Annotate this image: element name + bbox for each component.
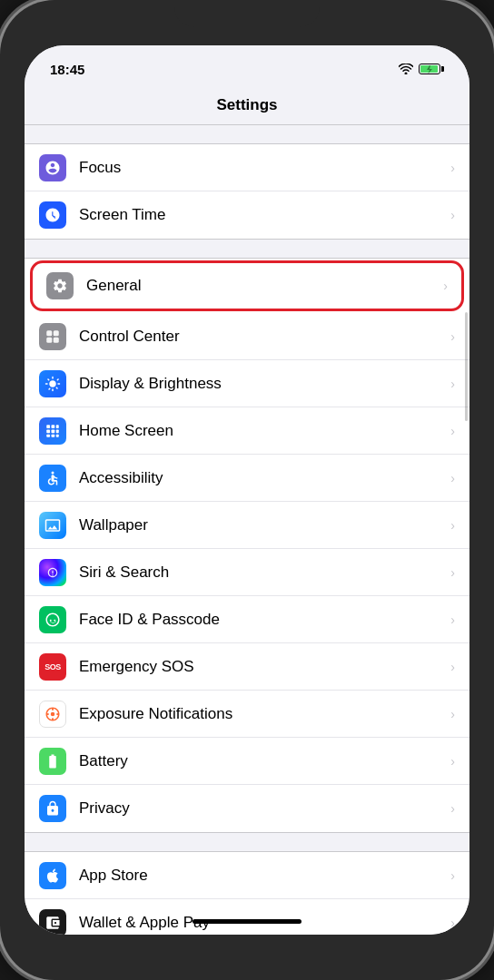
svg-rect-11 (52, 434, 55, 436)
emergency-sos-icon: SOS (39, 653, 66, 681)
svg-rect-1 (54, 330, 59, 336)
control-center-label: Control Center (79, 328, 447, 346)
general-label: General (86, 277, 440, 295)
screen-time-icon (39, 201, 66, 229)
svg-rect-12 (56, 434, 59, 436)
settings-row-siri[interactable]: Siri & Search › (25, 549, 469, 596)
settings-row-app-store[interactable]: App Store › (25, 852, 469, 899)
svg-rect-7 (46, 429, 50, 433)
siri-chevron: › (450, 565, 455, 580)
battery-body (419, 64, 440, 74)
settings-row-privacy[interactable]: Privacy › (25, 785, 469, 832)
section-top-group: Focus › Screen Time › (25, 143, 469, 240)
wifi-icon (399, 64, 413, 74)
settings-row-emergency-sos[interactable]: SOS Emergency SOS › (25, 643, 469, 691)
scroll-indicator (465, 312, 468, 421)
settings-row-display[interactable]: Display & Brightness › (25, 360, 469, 407)
screen: 18:45 (25, 45, 469, 935)
siri-icon (39, 559, 66, 586)
general-icon (46, 272, 74, 299)
display-chevron: › (450, 377, 455, 391)
exposure-icon (39, 701, 66, 728)
settings-row-home-screen[interactable]: Home Screen › (25, 407, 469, 455)
screen-time-chevron: › (450, 208, 455, 222)
settings-row-focus[interactable]: Focus › (25, 144, 469, 191)
svg-rect-3 (54, 337, 59, 342)
home-screen-label: Home Screen (79, 422, 447, 440)
svg-point-15 (52, 708, 54, 710)
settings-row-accessibility[interactable]: Accessibility › (25, 455, 469, 502)
section-middle-group: General › Control Center › (25, 258, 469, 833)
face-id-chevron: › (450, 612, 455, 627)
svg-rect-5 (52, 425, 55, 428)
svg-rect-8 (52, 429, 55, 433)
wallpaper-label: Wallpaper (79, 516, 447, 534)
svg-point-17 (47, 712, 49, 714)
status-time: 18:45 (50, 62, 84, 77)
battery-icon (419, 64, 444, 74)
focus-label: Focus (79, 159, 447, 177)
settings-row-battery[interactable]: Battery › (25, 738, 469, 785)
notch (174, 0, 320, 27)
settings-row-wallet[interactable]: Wallet & Apple Pay › (25, 899, 469, 935)
status-icons (399, 64, 444, 74)
settings-row-face-id[interactable]: Face ID & Passcode › (25, 596, 469, 643)
privacy-chevron: › (450, 801, 455, 816)
svg-rect-6 (56, 425, 59, 428)
settings-scroll[interactable]: Focus › Screen Time › (25, 125, 469, 935)
battery-tip (441, 66, 444, 72)
svg-rect-4 (46, 425, 50, 428)
app-store-icon (39, 862, 66, 889)
emergency-sos-label: Emergency SOS (79, 658, 447, 676)
svg-rect-10 (46, 434, 50, 436)
nav-title: Settings (216, 96, 277, 114)
privacy-icon (39, 795, 66, 822)
control-center-chevron: › (450, 329, 455, 344)
battery-chevron: › (450, 754, 455, 769)
nav-bar: Settings (25, 85, 469, 125)
face-id-label: Face ID & Passcode (79, 611, 447, 629)
battery-row-icon (39, 748, 66, 775)
wallet-chevron: › (450, 916, 455, 930)
control-center-icon (39, 323, 66, 350)
settings-row-control-center[interactable]: Control Center › (25, 313, 469, 360)
display-icon (39, 370, 66, 397)
screen-time-label: Screen Time (79, 206, 447, 224)
svg-rect-0 (46, 330, 52, 336)
wallpaper-chevron: › (450, 518, 455, 533)
wallpaper-icon (39, 512, 66, 539)
privacy-label: Privacy (79, 799, 447, 818)
battery-fill (420, 65, 438, 73)
home-screen-chevron: › (450, 424, 455, 438)
svg-point-13 (52, 471, 54, 474)
settings-row-exposure[interactable]: Exposure Notifications › (25, 691, 469, 738)
accessibility-icon (39, 465, 66, 492)
emergency-sos-chevron: › (450, 660, 455, 674)
app-store-label: App Store (79, 867, 447, 885)
settings-row-wallpaper[interactable]: Wallpaper › (25, 502, 469, 549)
home-screen-icon (39, 417, 66, 445)
general-chevron: › (443, 279, 448, 293)
focus-icon (39, 154, 66, 181)
svg-point-16 (52, 718, 54, 720)
home-indicator (193, 919, 301, 924)
app-store-chevron: › (450, 868, 455, 883)
status-bar: 18:45 (25, 45, 469, 85)
exposure-label: Exposure Notifications (79, 705, 447, 723)
battery-label: Battery (79, 752, 447, 770)
accessibility-chevron: › (450, 471, 455, 485)
siri-label: Siri & Search (79, 564, 447, 582)
face-id-icon (39, 606, 66, 633)
svg-rect-2 (46, 337, 52, 342)
wallet-icon (39, 909, 66, 935)
display-label: Display & Brightness (79, 375, 447, 393)
focus-chevron: › (450, 161, 455, 175)
settings-row-general[interactable]: General › (32, 262, 462, 309)
exposure-chevron: › (450, 707, 455, 721)
svg-rect-9 (56, 429, 59, 433)
svg-point-18 (56, 712, 58, 714)
phone-frame: 18:45 (0, 0, 494, 980)
accessibility-label: Accessibility (79, 469, 447, 487)
settings-row-screen-time[interactable]: Screen Time › (25, 191, 469, 239)
svg-point-14 (51, 711, 55, 716)
